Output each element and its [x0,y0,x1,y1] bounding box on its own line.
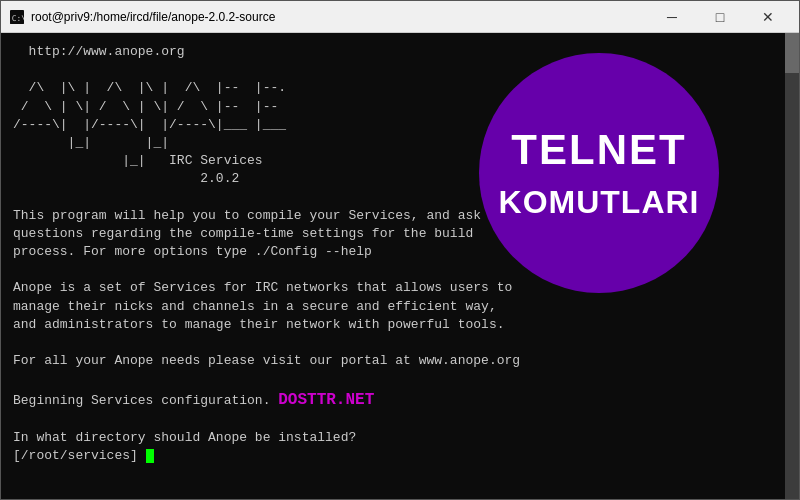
terminal-window: C:\ root@priv9:/home/ircd/file/anope-2.0… [0,0,800,500]
overlay-line2: KOMUTLARI [499,180,700,225]
scrollbar[interactable] [785,33,799,499]
minimize-button[interactable]: ─ [649,2,695,32]
close-button[interactable]: ✕ [745,2,791,32]
maximize-button[interactable]: □ [697,2,743,32]
scrollbar-thumb[interactable] [785,33,799,73]
window-controls: ─ □ ✕ [649,2,791,32]
terminal-body[interactable]: TELNET KOMUTLARI http://www.anope.org /\… [1,33,799,499]
overlay-badge: TELNET KOMUTLARI [479,53,719,293]
overlay-line1: TELNET [511,121,686,180]
window-title: root@priv9:/home/ircd/file/anope-2.0.2-s… [31,10,649,24]
terminal-cursor [146,449,154,463]
dosttr-label: DOSTTR.NET [278,391,374,409]
svg-text:C:\: C:\ [12,13,24,22]
titlebar: C:\ root@priv9:/home/ircd/file/anope-2.0… [1,1,799,33]
terminal-icon: C:\ [9,9,25,25]
